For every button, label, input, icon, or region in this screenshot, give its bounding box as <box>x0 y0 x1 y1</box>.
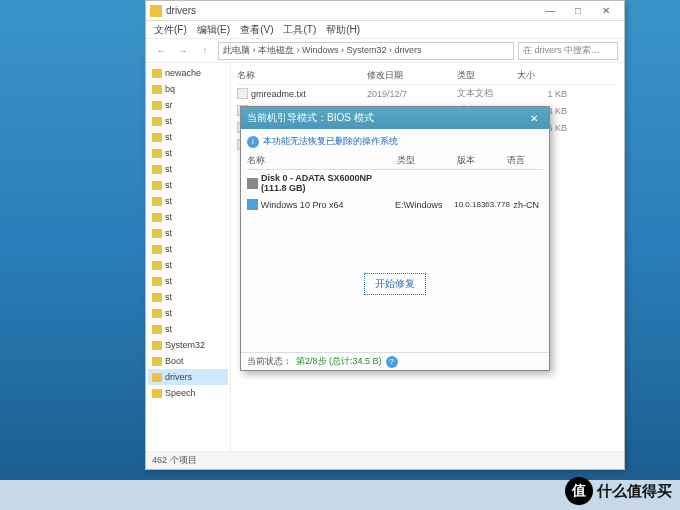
tree-node[interactable]: bq <box>148 81 228 97</box>
status-progress: 第2/8步 (总计:34.5 B) <box>296 355 382 368</box>
tree-node[interactable]: st <box>148 209 228 225</box>
minimize-button[interactable]: — <box>536 2 564 20</box>
tree-node[interactable]: st <box>148 177 228 193</box>
dialog-title: 当前机引导模式：BIOS 模式 <box>247 111 374 125</box>
folder-icon <box>152 213 162 222</box>
folder-icon <box>152 325 162 334</box>
window-title: drivers <box>166 5 196 16</box>
dialog-columns: 名称 类型 版本 语言 <box>247 152 543 170</box>
back-button[interactable]: ← <box>152 42 170 60</box>
tree-node[interactable]: st <box>148 241 228 257</box>
os-row[interactable]: Windows 10 Pro x64 E:\Windows 10.0.18363… <box>247 196 543 213</box>
menu-edit[interactable]: 编辑(E) <box>197 23 230 37</box>
dialog-titlebar[interactable]: 当前机引导模式：BIOS 模式 ✕ <box>241 107 549 129</box>
tree-node[interactable]: st <box>148 305 228 321</box>
tree-node[interactable]: st <box>148 257 228 273</box>
menu-view[interactable]: 查看(V) <box>240 23 273 37</box>
toolbar: ← → ↑ 此电脑 › 本地磁盘 › Windows › System32 › … <box>146 39 624 63</box>
col-type[interactable]: 类型 <box>457 69 517 82</box>
col-date[interactable]: 修改日期 <box>367 69 457 82</box>
dcol-version: 版本 <box>457 154 507 167</box>
info-icon: i <box>247 136 259 148</box>
folder-icon <box>150 5 162 17</box>
menu-bar: 文件(F) 编辑(E) 查看(V) 工具(T) 帮助(H) <box>146 21 624 39</box>
folder-icon <box>152 165 162 174</box>
folder-icon <box>152 133 162 142</box>
menu-file[interactable]: 文件(F) <box>154 23 187 37</box>
windows-icon <box>247 199 258 210</box>
tree-node[interactable]: System32 <box>148 337 228 353</box>
menu-help[interactable]: 帮助(H) <box>326 23 360 37</box>
tree-node[interactable]: st <box>148 161 228 177</box>
column-headers[interactable]: 名称 修改日期 类型 大小 <box>237 67 618 85</box>
tree-node[interactable]: sr <box>148 97 228 113</box>
folder-icon <box>152 69 162 78</box>
col-name[interactable]: 名称 <box>237 69 367 82</box>
dcol-lang: 语言 <box>507 154 537 167</box>
forward-button[interactable]: → <box>174 42 192 60</box>
folder-icon <box>152 357 162 366</box>
folder-tree[interactable]: newachebqsrststststststststststststststS… <box>146 63 231 451</box>
tree-node[interactable]: st <box>148 129 228 145</box>
dcol-type: 类型 <box>397 154 457 167</box>
disk-row[interactable]: Disk 0 - ADATA SX6000NP (111.8 GB) <box>247 170 543 196</box>
dcol-name: 名称 <box>247 154 397 167</box>
tree-node[interactable]: st <box>148 113 228 129</box>
folder-icon <box>152 117 162 126</box>
folder-icon <box>152 261 162 270</box>
explorer-titlebar[interactable]: drivers — □ ✕ <box>146 1 624 21</box>
tree-node[interactable]: Boot <box>148 353 228 369</box>
tree-node[interactable]: st <box>148 225 228 241</box>
folder-icon <box>152 309 162 318</box>
watermark-text: 什么值得买 <box>597 482 672 501</box>
dialog-close-button[interactable]: ✕ <box>525 110 543 126</box>
start-repair-button[interactable]: 开始修复 <box>364 273 426 295</box>
folder-icon <box>152 245 162 254</box>
dialog-info-message: i 本功能无法恢复已删除的操作系统 <box>247 135 543 148</box>
address-bar[interactable]: 此电脑 › 本地磁盘 › Windows › System32 › driver… <box>218 42 514 60</box>
tree-node[interactable]: st <box>148 289 228 305</box>
close-button[interactable]: ✕ <box>592 2 620 20</box>
folder-icon <box>152 101 162 110</box>
folder-icon <box>152 229 162 238</box>
folder-icon <box>152 341 162 350</box>
tree-node[interactable]: st <box>148 321 228 337</box>
disk-icon <box>247 178 258 189</box>
folder-icon <box>152 293 162 302</box>
tree-node[interactable]: drivers <box>148 369 228 385</box>
up-button[interactable]: ↑ <box>196 42 214 60</box>
help-icon[interactable]: ? <box>386 356 398 368</box>
folder-icon <box>152 85 162 94</box>
folder-icon <box>152 277 162 286</box>
watermark: 值 什么值得买 <box>565 477 672 505</box>
folder-icon <box>152 373 162 382</box>
tree-node[interactable]: st <box>148 273 228 289</box>
maximize-button[interactable]: □ <box>564 2 592 20</box>
file-icon <box>237 88 248 99</box>
tree-node[interactable]: Speech <box>148 385 228 401</box>
boot-repair-dialog: 当前机引导模式：BIOS 模式 ✕ i 本功能无法恢复已删除的操作系统 名称 类… <box>240 106 550 371</box>
tree-node[interactable]: st <box>148 193 228 209</box>
folder-icon <box>152 389 162 398</box>
menu-tools[interactable]: 工具(T) <box>283 23 316 37</box>
status-bar: 462 个项目 <box>146 451 624 469</box>
folder-icon <box>152 197 162 206</box>
folder-icon <box>152 181 162 190</box>
folder-icon <box>152 149 162 158</box>
col-size[interactable]: 大小 <box>517 69 567 82</box>
dialog-status-bar: 当前状态： 第2/8步 (总计:34.5 B) ? <box>241 352 549 370</box>
search-input[interactable]: 在 drivers 中搜索… <box>518 42 618 60</box>
file-row[interactable]: gmreadme.txt2019/12/7文本文档1 KB <box>237 85 618 102</box>
watermark-badge: 值 <box>565 477 593 505</box>
tree-node[interactable]: newache <box>148 65 228 81</box>
tree-node[interactable]: st <box>148 145 228 161</box>
